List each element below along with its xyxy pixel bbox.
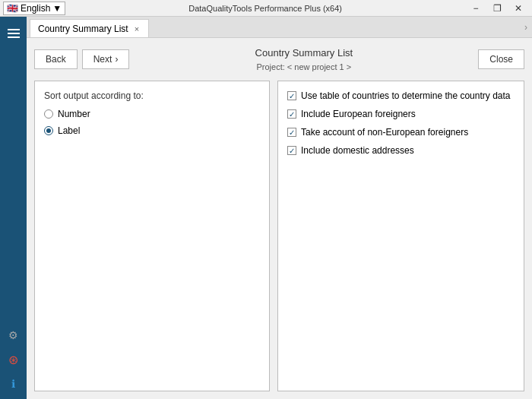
radio-number-label: Number (58, 109, 90, 119)
checkbox-non-european-label: Take account of non-European foreigners (301, 127, 468, 138)
checkbox-non-european[interactable]: Take account of non-European foreigners (287, 127, 515, 138)
panels: Sort output according to: Number Label (34, 81, 524, 391)
next-button[interactable]: Next › (82, 49, 130, 69)
checkbox-domestic-label: Include domestic addresses (301, 145, 414, 156)
checkbox-domestic[interactable]: Include domestic addresses (287, 145, 515, 156)
checkbox-group: Use table of countries to determine the … (287, 90, 515, 156)
back-button[interactable]: Back (34, 49, 78, 69)
sidebar-bottom-icons: ⚙ ⊛ ℹ (5, 326, 23, 399)
title-bar: 🇬🇧 English ▼ DataQualityTools Performanc… (0, 0, 532, 17)
back-label: Back (46, 54, 66, 65)
radio-label[interactable]: Label (44, 125, 260, 136)
hamburger-line (8, 36, 20, 38)
tab-label: Country Summary List (38, 24, 128, 34)
restore-button[interactable]: ❐ (486, 0, 508, 17)
window-close-button[interactable]: ✕ (508, 0, 529, 17)
minimize-button[interactable]: − (465, 0, 486, 17)
help-icon[interactable]: ⊛ (5, 350, 23, 369)
gear-icon[interactable]: ⚙ (5, 326, 23, 344)
language-selector[interactable]: 🇬🇧 English ▼ (3, 2, 65, 15)
checkbox-use-table[interactable]: Use table of countries to determine the … (287, 90, 515, 101)
window-controls: − ❐ ✕ (465, 0, 529, 17)
flag-icon: 🇬🇧 (7, 3, 18, 14)
project-subtitle: Project: < new project 1 > (129, 61, 478, 74)
top-bar-title: Country Summary List Project: < new proj… (129, 46, 478, 73)
next-label: Next (93, 54, 112, 65)
hamburger-line (8, 33, 20, 34)
language-label: English (21, 3, 50, 14)
sidebar: ⚙ ⊛ ℹ (0, 17, 27, 399)
radio-label-circle (44, 126, 53, 135)
country-summary-tab[interactable]: Country Summary List × (30, 19, 149, 37)
app-title: DataQualityTools Performance Plus (x64) (65, 4, 465, 13)
checkbox-european-box (287, 109, 296, 119)
radio-number[interactable]: Number (44, 109, 260, 119)
close-button[interactable]: Close (478, 49, 524, 69)
title-bar-left: 🇬🇧 English ▼ (3, 2, 65, 15)
sort-panel: Sort output according to: Number Label (34, 81, 270, 391)
sort-heading: Sort output according to: (44, 90, 260, 101)
radio-label-label: Label (58, 125, 80, 136)
dropdown-arrow-icon: ▼ (52, 3, 62, 14)
hamburger-line (8, 29, 20, 30)
nav-buttons: Back Next › (34, 49, 129, 69)
checkbox-use-table-label: Use table of countries to determine the … (301, 90, 511, 101)
checkbox-domestic-box (287, 146, 296, 155)
info-icon[interactable]: ℹ (5, 375, 23, 393)
checkbox-european[interactable]: Include European foreigners (287, 109, 515, 119)
next-arrow-icon: › (115, 54, 118, 65)
checkbox-non-european-box (287, 128, 296, 137)
radio-number-circle (44, 109, 53, 119)
content-area: Back Next › Country Summary List Project… (27, 38, 532, 399)
tab-scroll-arrow[interactable]: › (520, 17, 532, 37)
page-title: Country Summary List (129, 46, 478, 61)
main-content: Country Summary List × › Back Next › (27, 17, 532, 399)
options-panel: Use table of countries to determine the … (277, 81, 524, 391)
tab-bar: Country Summary List × › (27, 17, 532, 38)
sort-radio-group: Number Label (44, 109, 260, 136)
top-bar: Back Next › Country Summary List Project… (34, 46, 524, 73)
checkbox-use-table-box (287, 91, 296, 100)
tab-close-button[interactable]: × (133, 24, 141, 33)
checkbox-european-label: Include European foreigners (301, 109, 416, 119)
sidebar-menu-button[interactable] (3, 23, 24, 44)
